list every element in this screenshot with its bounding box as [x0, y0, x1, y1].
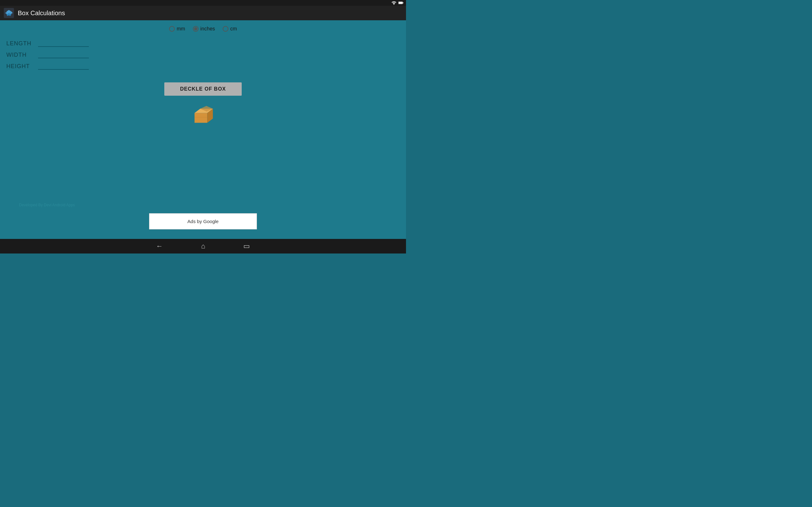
height-row: HEIGHT [6, 61, 400, 70]
battery-icon [398, 1, 403, 5]
svg-point-0 [394, 4, 395, 5]
app-bar: Box Calculations [0, 6, 406, 20]
inputs-section: LENGTH WIDTH HEIGHT [0, 35, 406, 73]
ads-banner: Ads by Google [149, 213, 257, 229]
recents-button[interactable]: ▭ [243, 242, 250, 250]
unit-mm[interactable]: mm [169, 26, 185, 32]
svg-rect-2 [399, 2, 403, 3]
width-label: WIDTH [6, 52, 32, 58]
length-label: LENGTH [6, 40, 32, 47]
length-row: LENGTH [6, 38, 400, 47]
radio-mm[interactable] [169, 26, 175, 32]
radio-cm[interactable] [223, 26, 229, 32]
button-area: DECKLE OF BOX [0, 82, 406, 96]
height-label: HEIGHT [6, 63, 32, 70]
app-title: Box Calculations [18, 9, 65, 17]
wifi-icon [392, 1, 397, 5]
width-input[interactable] [38, 49, 89, 58]
radio-inches[interactable] [193, 26, 199, 32]
nav-bar: ← ⌂ ▭ [0, 239, 406, 253]
status-bar [0, 0, 406, 6]
length-input[interactable] [38, 38, 89, 47]
home-button[interactable]: ⌂ [201, 242, 205, 250]
unit-inches[interactable]: inches [193, 26, 215, 32]
back-button[interactable]: ← [156, 242, 163, 250]
svg-marker-10 [194, 113, 207, 123]
deckle-button[interactable]: DECKLE OF BOX [164, 82, 242, 96]
svg-rect-3 [403, 3, 403, 3]
box-image [189, 99, 217, 124]
width-row: WIDTH [6, 49, 400, 58]
ads-text: Ads by Google [188, 219, 218, 224]
developer-text: Developed By Devi Android Apps [19, 203, 75, 207]
main-content: mm inches cm LENGTH WIDTH HEIGHT DECKLE … [0, 20, 406, 239]
height-input[interactable] [38, 61, 89, 70]
unit-cm[interactable]: cm [223, 26, 237, 32]
app-icon [4, 8, 14, 18]
box-image-area [0, 99, 406, 124]
units-row: mm inches cm [0, 20, 406, 35]
